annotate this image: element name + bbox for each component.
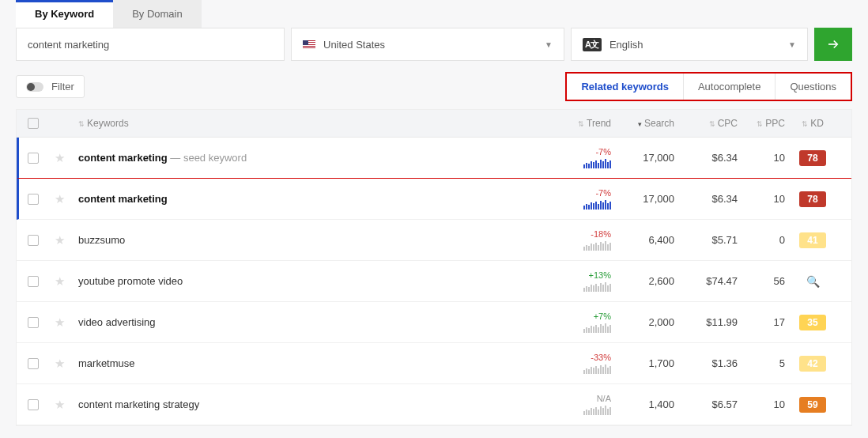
- keyword-text[interactable]: content marketing: [78, 152, 168, 164]
- row-checkbox[interactable]: [28, 153, 39, 164]
- arrow-right-icon: [826, 37, 840, 51]
- table-row: ★youtube promote video+13%2,600$74.4756🔍: [17, 261, 851, 302]
- star-icon[interactable]: ★: [55, 274, 65, 288]
- cpc-value: $6.34: [674, 152, 738, 164]
- search-button[interactable]: [814, 28, 852, 61]
- col-search[interactable]: ▾Search: [611, 118, 674, 129]
- search-volume: 1,700: [611, 357, 674, 369]
- ppc-value: 10: [738, 398, 785, 410]
- keywords-table: ⇅Keywords ⇅Trend ▾Search ⇅CPC ⇅PPC ⇅KD ★…: [16, 109, 852, 426]
- trend-cell: +13%: [548, 270, 611, 292]
- search-volume: 17,000: [611, 193, 674, 205]
- select-all-checkbox[interactable]: [28, 118, 39, 129]
- table-row: ★marketmuse-33%1,700$1.36542: [17, 343, 851, 384]
- ppc-value: 0: [738, 234, 785, 246]
- keyword-text[interactable]: content marketing strategy: [78, 398, 199, 410]
- col-kd[interactable]: ⇅KD: [785, 118, 840, 129]
- cpc-value: $74.47: [674, 275, 738, 287]
- row-checkbox[interactable]: [28, 317, 39, 328]
- cpc-value: $11.99: [674, 316, 738, 328]
- tab-by-domain[interactable]: By Domain: [113, 0, 202, 28]
- trend-cell: -7%: [548, 147, 611, 168]
- table-row: ★buzzsumo-18%6,400$5.71041: [17, 220, 851, 261]
- trend-cell: -33%: [548, 353, 611, 374]
- row-checkbox[interactable]: [28, 194, 39, 205]
- table-row: ★content marketing strategyN/A1,400$6.57…: [17, 384, 851, 425]
- star-icon[interactable]: ★: [55, 315, 65, 329]
- keyword-text[interactable]: video advertising: [78, 316, 156, 328]
- subbar: Filter Related keywords Autocomplete Que…: [16, 72, 852, 101]
- keyword-text[interactable]: content marketing: [78, 193, 168, 205]
- result-type-tabs: Related keywords Autocomplete Questions: [565, 72, 852, 101]
- keyword-input[interactable]: content marketing: [16, 28, 285, 61]
- language-label: English: [609, 39, 643, 51]
- keyword-text[interactable]: youtube promote video: [78, 275, 183, 287]
- ppc-value: 10: [738, 193, 785, 205]
- toggle-icon: [26, 82, 43, 92]
- cpc-value: $1.36: [674, 357, 738, 369]
- table-row: ★video advertising+7%2,000$11.991735: [17, 302, 851, 343]
- tab-by-keyword[interactable]: By Keyword: [16, 0, 113, 28]
- table-header: ⇅Keywords ⇅Trend ▾Search ⇅CPC ⇅PPC ⇅KD: [17, 110, 851, 138]
- star-icon[interactable]: ★: [55, 357, 65, 370]
- trend-cell: -7%: [548, 188, 611, 210]
- table-row: ★content marketing — seed keyword-7%17,0…: [17, 138, 851, 179]
- cpc-value: $6.57: [674, 398, 738, 410]
- trend-cell: +7%: [548, 312, 611, 333]
- cpc-value: $5.71: [674, 234, 738, 246]
- col-ppc[interactable]: ⇅PPC: [738, 118, 785, 129]
- row-checkbox[interactable]: [28, 276, 39, 287]
- tab-autocomplete[interactable]: Autocomplete: [684, 74, 776, 100]
- kd-badge: 59: [799, 397, 826, 413]
- cpc-value: $6.34: [674, 193, 738, 205]
- trend-value: -18%: [591, 229, 611, 239]
- keyword-input-value: content marketing: [28, 39, 109, 51]
- col-cpc[interactable]: ⇅CPC: [674, 118, 738, 129]
- star-icon[interactable]: ★: [55, 233, 65, 247]
- language-select[interactable]: A文 English ▼: [571, 28, 808, 61]
- trend-cell: -18%: [548, 229, 611, 251]
- filter-label: Filter: [51, 81, 74, 93]
- trend-value: -33%: [591, 353, 611, 362]
- chevron-down-icon: ▼: [545, 40, 553, 49]
- filter-toggle[interactable]: Filter: [16, 75, 85, 98]
- star-icon[interactable]: ★: [55, 151, 65, 164]
- keyword-text[interactable]: marketmuse: [78, 357, 135, 369]
- us-flag-icon: [303, 40, 315, 49]
- col-trend[interactable]: ⇅Trend: [548, 118, 611, 129]
- input-mode-tabs: By Keyword By Domain: [16, 0, 852, 28]
- search-volume: 17,000: [611, 152, 674, 164]
- kd-badge: 78: [799, 191, 826, 207]
- col-keywords[interactable]: ⇅Keywords: [78, 118, 548, 129]
- translate-icon: A文: [583, 38, 602, 51]
- trend-cell: N/A: [548, 394, 611, 415]
- ppc-value: 17: [738, 316, 785, 328]
- chevron-down-icon: ▼: [788, 40, 796, 49]
- seed-note: — seed keyword: [168, 152, 247, 164]
- trend-value: -7%: [595, 147, 611, 157]
- kd-badge: 42: [799, 356, 826, 372]
- ppc-value: 10: [738, 152, 785, 164]
- ppc-value: 56: [738, 275, 785, 287]
- search-volume: 2,600: [611, 275, 674, 287]
- search-row: content marketing United States ▼ A文 Eng…: [16, 28, 852, 61]
- row-checkbox[interactable]: [28, 235, 39, 246]
- ppc-value: 5: [738, 357, 785, 369]
- keyword-text[interactable]: buzzsumo: [78, 234, 125, 246]
- search-icon[interactable]: 🔍: [806, 275, 820, 288]
- table-row: ★content marketing-7%17,000$6.341078: [17, 179, 851, 220]
- kd-badge: 41: [799, 232, 826, 248]
- row-checkbox[interactable]: [28, 399, 39, 410]
- star-icon[interactable]: ★: [55, 398, 65, 411]
- trend-value: -7%: [595, 188, 611, 198]
- country-select[interactable]: United States ▼: [291, 28, 564, 61]
- trend-value: N/A: [597, 394, 611, 403]
- star-icon[interactable]: ★: [55, 192, 65, 206]
- tab-questions[interactable]: Questions: [776, 74, 851, 100]
- tab-related-keywords[interactable]: Related keywords: [567, 74, 684, 100]
- search-volume: 1,400: [611, 398, 674, 410]
- kd-badge: 35: [799, 315, 826, 330]
- kd-badge: 78: [799, 150, 826, 166]
- trend-value: +7%: [594, 312, 611, 321]
- row-checkbox[interactable]: [28, 358, 39, 369]
